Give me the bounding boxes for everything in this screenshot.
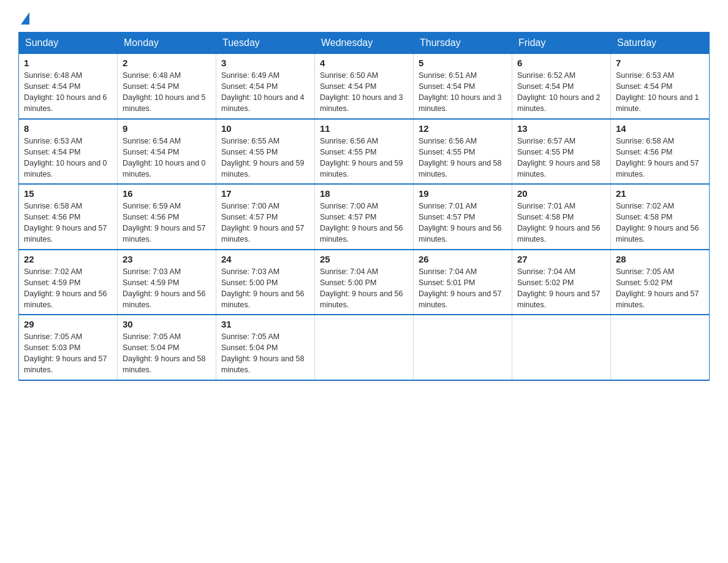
day-info: Sunrise: 7:05 AMSunset: 5:03 PMDaylight:…	[24, 332, 107, 374]
calendar-cell: 14 Sunrise: 6:58 AMSunset: 4:56 PMDaylig…	[611, 119, 710, 185]
calendar-cell: 13 Sunrise: 6:57 AMSunset: 4:55 PMDaylig…	[512, 119, 611, 185]
day-info: Sunrise: 7:04 AMSunset: 5:01 PMDaylight:…	[419, 267, 502, 309]
column-header-tuesday: Tuesday	[216, 33, 315, 54]
day-number: 20	[517, 188, 605, 199]
day-number: 1	[24, 58, 112, 68]
day-info: Sunrise: 6:56 AMSunset: 4:55 PMDaylight:…	[320, 137, 403, 178]
page-header	[18, 12, 710, 26]
calendar-cell: 19 Sunrise: 7:01 AMSunset: 4:57 PMDaylig…	[414, 184, 512, 250]
day-number: 29	[24, 319, 112, 329]
day-info: Sunrise: 7:05 AMSunset: 5:02 PMDaylight:…	[616, 267, 699, 309]
day-number: 6	[517, 58, 605, 68]
day-number: 8	[24, 123, 112, 134]
day-number: 31	[221, 319, 309, 329]
day-info: Sunrise: 6:58 AMSunset: 4:56 PMDaylight:…	[24, 202, 107, 243]
day-number: 25	[320, 254, 408, 264]
column-header-thursday: Thursday	[414, 33, 512, 54]
calendar-cell: 9 Sunrise: 6:54 AMSunset: 4:54 PMDayligh…	[118, 119, 216, 185]
calendar-cell: 6 Sunrise: 6:52 AMSunset: 4:54 PMDayligh…	[512, 54, 611, 119]
day-number: 24	[221, 254, 309, 264]
day-info: Sunrise: 6:53 AMSunset: 4:54 PMDaylight:…	[616, 71, 699, 113]
day-info: Sunrise: 6:58 AMSunset: 4:56 PMDaylight:…	[616, 137, 699, 178]
day-info: Sunrise: 7:02 AMSunset: 4:58 PMDaylight:…	[616, 202, 699, 243]
day-number: 11	[320, 123, 408, 134]
day-info: Sunrise: 6:49 AMSunset: 4:54 PMDaylight:…	[221, 71, 305, 113]
day-number: 10	[221, 123, 309, 134]
column-header-friday: Friday	[512, 33, 611, 54]
day-number: 23	[123, 254, 211, 264]
day-number: 9	[123, 123, 211, 134]
day-info: Sunrise: 6:48 AMSunset: 4:54 PMDaylight:…	[24, 71, 107, 113]
day-info: Sunrise: 7:01 AMSunset: 4:57 PMDaylight:…	[419, 202, 502, 243]
day-info: Sunrise: 7:03 AMSunset: 4:59 PMDaylight:…	[123, 267, 206, 309]
calendar-cell: 21 Sunrise: 7:02 AMSunset: 4:58 PMDaylig…	[611, 184, 710, 250]
day-info: Sunrise: 7:00 AMSunset: 4:57 PMDaylight:…	[221, 202, 305, 243]
day-number: 5	[419, 58, 507, 68]
day-info: Sunrise: 6:50 AMSunset: 4:54 PMDaylight:…	[320, 71, 403, 113]
calendar-cell: 31 Sunrise: 7:05 AMSunset: 5:04 PMDaylig…	[216, 315, 315, 380]
day-info: Sunrise: 7:03 AMSunset: 5:00 PMDaylight:…	[221, 267, 305, 309]
calendar-cell: 28 Sunrise: 7:05 AMSunset: 5:02 PMDaylig…	[611, 250, 710, 315]
calendar-week-row: 1 Sunrise: 6:48 AMSunset: 4:54 PMDayligh…	[19, 54, 710, 119]
calendar-cell	[512, 315, 611, 380]
calendar-week-row: 29 Sunrise: 7:05 AMSunset: 5:03 PMDaylig…	[19, 315, 710, 380]
day-info: Sunrise: 6:55 AMSunset: 4:55 PMDaylight:…	[221, 137, 305, 178]
calendar-cell	[315, 315, 414, 380]
calendar-week-row: 8 Sunrise: 6:53 AMSunset: 4:54 PMDayligh…	[19, 119, 710, 185]
day-number: 7	[616, 58, 704, 68]
day-info: Sunrise: 7:05 AMSunset: 5:04 PMDaylight:…	[123, 332, 206, 374]
day-info: Sunrise: 6:57 AMSunset: 4:55 PMDaylight:…	[517, 137, 601, 178]
day-number: 3	[221, 58, 309, 68]
calendar-cell: 11 Sunrise: 6:56 AMSunset: 4:55 PMDaylig…	[315, 119, 414, 185]
calendar-cell: 29 Sunrise: 7:05 AMSunset: 5:03 PMDaylig…	[19, 315, 118, 380]
calendar-cell: 16 Sunrise: 6:59 AMSunset: 4:56 PMDaylig…	[118, 184, 216, 250]
logo-triangle-icon	[21, 12, 29, 25]
day-info: Sunrise: 6:51 AMSunset: 4:54 PMDaylight:…	[419, 71, 502, 113]
calendar-cell	[611, 315, 710, 380]
calendar-week-row: 15 Sunrise: 6:58 AMSunset: 4:56 PMDaylig…	[19, 184, 710, 250]
calendar-cell: 22 Sunrise: 7:02 AMSunset: 4:59 PMDaylig…	[19, 250, 118, 315]
day-info: Sunrise: 6:53 AMSunset: 4:54 PMDaylight:…	[24, 137, 107, 178]
day-info: Sunrise: 7:01 AMSunset: 4:58 PMDaylight:…	[517, 202, 601, 243]
calendar-cell: 18 Sunrise: 7:00 AMSunset: 4:57 PMDaylig…	[315, 184, 414, 250]
calendar-cell: 10 Sunrise: 6:55 AMSunset: 4:55 PMDaylig…	[216, 119, 315, 185]
calendar-cell	[414, 315, 512, 380]
day-number: 28	[616, 254, 704, 264]
day-number: 27	[517, 254, 605, 264]
calendar-cell: 17 Sunrise: 7:00 AMSunset: 4:57 PMDaylig…	[216, 184, 315, 250]
day-number: 26	[419, 254, 507, 264]
day-number: 16	[123, 188, 211, 199]
calendar-cell: 1 Sunrise: 6:48 AMSunset: 4:54 PMDayligh…	[19, 54, 118, 119]
day-info: Sunrise: 6:52 AMSunset: 4:54 PMDaylight:…	[517, 71, 601, 113]
calendar-cell: 7 Sunrise: 6:53 AMSunset: 4:54 PMDayligh…	[611, 54, 710, 119]
column-header-wednesday: Wednesday	[315, 33, 414, 54]
calendar-cell: 3 Sunrise: 6:49 AMSunset: 4:54 PMDayligh…	[216, 54, 315, 119]
column-header-saturday: Saturday	[611, 33, 710, 54]
day-number: 15	[24, 188, 112, 199]
calendar-cell: 15 Sunrise: 6:58 AMSunset: 4:56 PMDaylig…	[19, 184, 118, 250]
day-info: Sunrise: 7:05 AMSunset: 5:04 PMDaylight:…	[221, 332, 305, 374]
calendar-cell: 25 Sunrise: 7:04 AMSunset: 5:00 PMDaylig…	[315, 250, 414, 315]
day-number: 17	[221, 188, 309, 199]
calendar-cell: 30 Sunrise: 7:05 AMSunset: 5:04 PMDaylig…	[118, 315, 216, 380]
calendar-cell: 2 Sunrise: 6:48 AMSunset: 4:54 PMDayligh…	[118, 54, 216, 119]
calendar-cell: 27 Sunrise: 7:04 AMSunset: 5:02 PMDaylig…	[512, 250, 611, 315]
calendar-table: SundayMondayTuesdayWednesdayThursdayFrid…	[18, 32, 710, 381]
day-number: 4	[320, 58, 408, 68]
calendar-cell: 23 Sunrise: 7:03 AMSunset: 4:59 PMDaylig…	[118, 250, 216, 315]
day-number: 14	[616, 123, 704, 134]
day-info: Sunrise: 7:04 AMSunset: 5:02 PMDaylight:…	[517, 267, 601, 309]
day-info: Sunrise: 6:48 AMSunset: 4:54 PMDaylight:…	[123, 71, 206, 113]
day-number: 21	[616, 188, 704, 199]
column-header-sunday: Sunday	[19, 33, 118, 54]
day-info: Sunrise: 7:04 AMSunset: 5:00 PMDaylight:…	[320, 267, 403, 309]
day-info: Sunrise: 6:59 AMSunset: 4:56 PMDaylight:…	[123, 202, 206, 243]
day-info: Sunrise: 6:56 AMSunset: 4:55 PMDaylight:…	[419, 137, 502, 178]
logo	[18, 12, 29, 26]
calendar-cell: 4 Sunrise: 6:50 AMSunset: 4:54 PMDayligh…	[315, 54, 414, 119]
calendar-cell: 5 Sunrise: 6:51 AMSunset: 4:54 PMDayligh…	[414, 54, 512, 119]
day-number: 22	[24, 254, 112, 264]
calendar-cell: 12 Sunrise: 6:56 AMSunset: 4:55 PMDaylig…	[414, 119, 512, 185]
column-header-monday: Monday	[118, 33, 216, 54]
calendar-header-row: SundayMondayTuesdayWednesdayThursdayFrid…	[19, 33, 710, 54]
